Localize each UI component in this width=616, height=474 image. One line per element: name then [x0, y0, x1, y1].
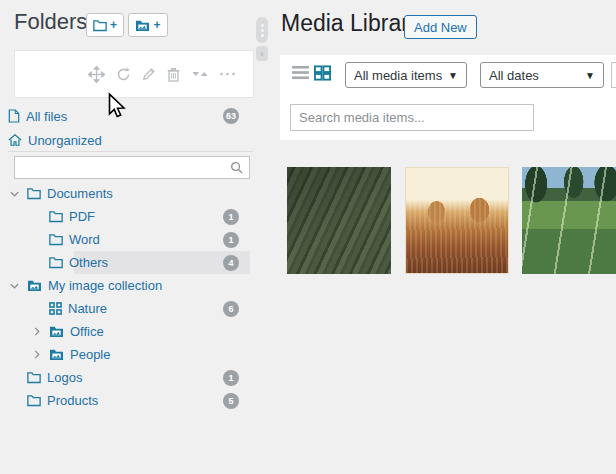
tree-item-others[interactable]: Others 4 [0, 251, 250, 274]
all-files-item[interactable]: All files 63 [0, 104, 250, 128]
media-type-filter-value: All media items [354, 68, 442, 83]
tree-item-label: Nature [68, 301, 107, 316]
count-badge: 1 [223, 232, 239, 248]
move-icon[interactable] [88, 66, 105, 83]
folder-search-input[interactable] [21, 161, 230, 175]
tree-item-office[interactable]: Office [0, 320, 250, 343]
panel-divider [8, 151, 253, 152]
quick-links: All files 63 Unorganized [0, 104, 250, 152]
panel-resize-handle[interactable] [256, 17, 268, 43]
folder-search-box [14, 156, 250, 179]
media-thumbnail-autumn-trees[interactable] [405, 167, 509, 274]
tree-item-products[interactable]: Products 5 [0, 389, 250, 412]
folder-icon [27, 187, 41, 200]
tree-item-label: Others [69, 255, 108, 270]
count-badge: 63 [223, 108, 239, 124]
search-icon [230, 161, 243, 174]
chevron-down-icon[interactable] [8, 191, 21, 197]
new-gallery-folder-button[interactable]: + [128, 13, 168, 37]
chevron-right-icon[interactable] [30, 350, 43, 359]
media-search-input[interactable] [299, 110, 525, 125]
new-folder-button[interactable]: + [86, 13, 124, 37]
file-icon [8, 109, 20, 123]
tree-item-pdf[interactable]: PDF 1 [0, 205, 250, 228]
media-thumbnail-grass-meadow[interactable] [522, 167, 616, 274]
count-badge: 1 [223, 209, 239, 225]
gallery-folder-icon [49, 348, 64, 361]
folder-icon [49, 256, 63, 269]
home-icon [8, 133, 22, 147]
list-view-icon[interactable] [292, 64, 311, 81]
unorganized-item[interactable]: Unorganized [0, 128, 250, 152]
folders-panel-title: Folders [14, 9, 87, 35]
tree-item-label: People [70, 347, 110, 362]
collapse-panel-icon[interactable]: ‹ [256, 46, 268, 61]
unorganized-label: Unorganized [28, 133, 102, 148]
folder-tree: Documents PDF 1 Word 1 Others 4 My image… [0, 182, 250, 412]
folder-actions-toolbar [14, 50, 254, 98]
gallery-folder-icon [49, 325, 64, 338]
tree-item-documents[interactable]: Documents [0, 182, 250, 205]
tree-item-label: Logos [47, 370, 82, 385]
chevron-down-icon: ▼ [585, 70, 595, 81]
refresh-icon[interactable] [116, 67, 131, 82]
tree-item-my-image-collection[interactable]: My image collection [0, 274, 250, 297]
tree-item-logos[interactable]: Logos 1 [0, 366, 250, 389]
count-badge: 6 [223, 301, 239, 317]
chevron-right-icon[interactable] [30, 327, 43, 336]
bulk-select-button-partial[interactable] [611, 62, 616, 88]
folder-plus-icon [93, 19, 107, 32]
grid-view-icon[interactable] [314, 64, 333, 81]
all-files-label: All files [26, 109, 67, 124]
folder-icon [27, 394, 41, 407]
count-badge: 1 [223, 370, 239, 386]
trash-icon[interactable] [167, 67, 180, 82]
date-filter-dropdown[interactable]: All dates ▼ [480, 62, 604, 88]
folder-icon [49, 210, 63, 223]
folder-icon [27, 371, 41, 384]
grid-icon [49, 302, 62, 315]
tree-item-word[interactable]: Word 1 [0, 228, 250, 251]
count-badge: 5 [223, 393, 239, 409]
media-thumbnail-green-field[interactable] [287, 167, 391, 274]
sort-toggle-icon[interactable] [191, 69, 209, 79]
tree-item-label: Word [69, 232, 100, 247]
chevron-down-icon: ▼ [448, 70, 458, 81]
tree-item-label: My image collection [48, 278, 162, 293]
folder-icon [49, 233, 63, 246]
tree-item-nature[interactable]: Nature 6 [0, 297, 250, 320]
tree-item-label: Products [47, 393, 98, 408]
media-search-box [290, 104, 534, 131]
page-title: Media Library [281, 10, 420, 37]
media-type-filter-dropdown[interactable]: All media items ▼ [345, 62, 467, 88]
date-filter-value: All dates [489, 68, 539, 83]
tree-item-label: PDF [69, 209, 95, 224]
plus-label: + [110, 19, 117, 31]
tree-item-label: Office [70, 324, 104, 339]
count-badge: 4 [223, 255, 239, 271]
add-new-button[interactable]: Add New [404, 15, 477, 39]
gallery-folder-icon [27, 279, 42, 292]
gallery-folder-plus-icon [135, 19, 150, 32]
plus-label: + [153, 19, 160, 31]
more-ellipsis-icon[interactable] [220, 72, 235, 76]
tree-item-people[interactable]: People [0, 343, 250, 366]
tree-item-label: Documents [47, 186, 113, 201]
edit-pencil-icon[interactable] [142, 67, 156, 81]
chevron-down-icon[interactable] [8, 283, 21, 289]
